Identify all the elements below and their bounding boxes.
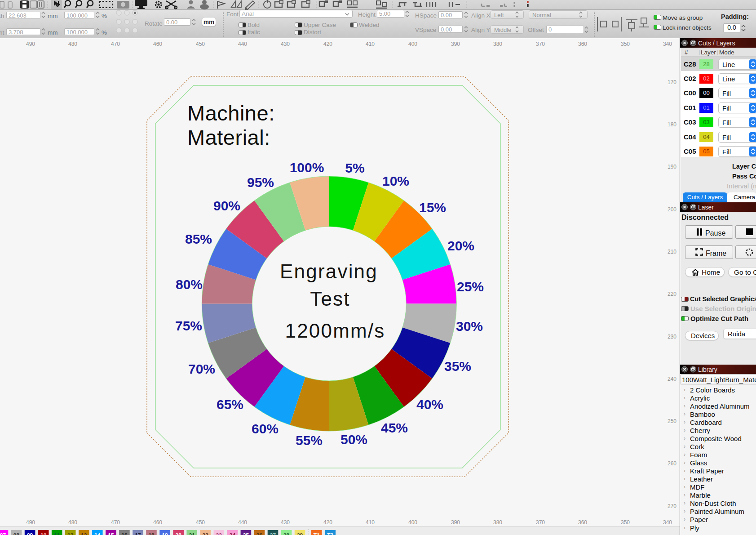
- svg-text:30%: 30%: [456, 319, 483, 334]
- svg-text:390: 390: [451, 519, 460, 526]
- svg-text:19: 19: [162, 532, 168, 535]
- svg-text:24: 24: [230, 532, 236, 535]
- svg-text:14: 14: [94, 532, 101, 535]
- svg-text:16: 16: [121, 532, 128, 535]
- svg-text:170: 170: [668, 79, 676, 85]
- svg-text:80%: 80%: [176, 277, 203, 292]
- svg-text:370: 370: [536, 41, 545, 47]
- svg-text:210: 210: [668, 249, 676, 255]
- svg-text:20: 20: [176, 532, 182, 535]
- svg-text:07: 07: [0, 532, 6, 535]
- svg-text:380: 380: [493, 41, 502, 47]
- svg-text:75%: 75%: [175, 318, 202, 333]
- svg-text:Material:: Material:: [187, 125, 270, 149]
- svg-text:20%: 20%: [447, 238, 474, 253]
- svg-text:350: 350: [621, 519, 630, 526]
- svg-text:26: 26: [256, 532, 263, 535]
- svg-text:440: 440: [238, 519, 247, 526]
- svg-text:95%: 95%: [247, 175, 274, 190]
- svg-text:Engraving: Engraving: [280, 260, 378, 282]
- svg-text:5%: 5%: [345, 160, 364, 175]
- svg-text:420: 420: [323, 519, 332, 526]
- svg-text:55%: 55%: [296, 433, 323, 448]
- svg-text:350: 350: [621, 41, 630, 47]
- svg-text:460: 460: [153, 41, 162, 47]
- svg-text:180: 180: [668, 121, 676, 128]
- svg-text:85%: 85%: [185, 232, 212, 246]
- svg-text:23: 23: [216, 532, 222, 535]
- svg-text:40%: 40%: [416, 397, 443, 412]
- svg-text:27: 27: [270, 532, 276, 535]
- svg-text:460: 460: [153, 519, 162, 526]
- svg-text:360: 360: [578, 41, 587, 47]
- svg-text:190: 190: [668, 164, 676, 170]
- svg-text:12: 12: [67, 532, 74, 535]
- svg-text:25: 25: [243, 532, 249, 535]
- svg-text:340: 340: [663, 519, 672, 526]
- svg-text:10%: 10%: [382, 174, 409, 188]
- svg-text:15%: 15%: [419, 200, 446, 215]
- svg-text:29: 29: [297, 532, 303, 535]
- svg-text:08: 08: [13, 532, 20, 535]
- svg-text:240: 240: [668, 376, 676, 382]
- svg-text:22: 22: [203, 532, 209, 535]
- svg-text:13: 13: [81, 532, 87, 535]
- svg-text:430: 430: [281, 519, 290, 526]
- svg-text:200: 200: [668, 206, 676, 213]
- svg-text:70%: 70%: [188, 361, 215, 376]
- svg-text:65%: 65%: [217, 397, 243, 412]
- svg-text:17: 17: [135, 532, 141, 535]
- svg-text:21: 21: [189, 532, 195, 535]
- svg-text:440: 440: [238, 41, 247, 47]
- svg-text:340: 340: [663, 41, 672, 47]
- svg-text:60%: 60%: [252, 421, 279, 436]
- svg-text:470: 470: [111, 41, 120, 47]
- svg-text:1200mm/s: 1200mm/s: [285, 320, 385, 342]
- svg-text:360: 360: [578, 519, 587, 526]
- svg-text:11: 11: [54, 532, 60, 535]
- svg-text:450: 450: [196, 519, 205, 526]
- svg-text:35%: 35%: [444, 359, 471, 374]
- svg-text:480: 480: [68, 519, 77, 526]
- svg-text:28: 28: [283, 532, 290, 535]
- svg-text:370: 370: [536, 519, 545, 526]
- svg-text:230: 230: [668, 334, 676, 340]
- svg-text:410: 410: [366, 519, 375, 526]
- svg-text:220: 220: [668, 291, 676, 297]
- svg-text:270: 270: [668, 503, 676, 509]
- svg-text:90%: 90%: [213, 198, 240, 213]
- svg-text:50%: 50%: [340, 432, 367, 447]
- svg-text:15: 15: [108, 532, 114, 535]
- svg-text:100%: 100%: [290, 160, 324, 175]
- svg-text:380: 380: [493, 519, 502, 526]
- svg-text:260: 260: [668, 460, 676, 467]
- svg-text:480: 480: [68, 41, 77, 47]
- svg-text:25%: 25%: [457, 279, 484, 294]
- svg-text:Test: Test: [310, 288, 350, 310]
- svg-text:250: 250: [668, 418, 676, 424]
- svg-text:390: 390: [451, 41, 460, 47]
- svg-text:Machine:: Machine:: [187, 101, 275, 125]
- svg-text:09: 09: [27, 532, 33, 535]
- svg-text:430: 430: [281, 41, 290, 47]
- svg-text:420: 420: [323, 41, 332, 47]
- svg-text:490: 490: [26, 41, 35, 47]
- svg-text:490: 490: [26, 519, 35, 526]
- svg-text:T2: T2: [327, 532, 333, 535]
- svg-text:450: 450: [196, 41, 205, 47]
- svg-text:T1: T1: [314, 532, 320, 535]
- svg-text:18: 18: [148, 532, 155, 535]
- svg-text:400: 400: [408, 519, 417, 526]
- svg-text:400: 400: [408, 41, 417, 47]
- svg-text:45%: 45%: [381, 420, 408, 435]
- svg-text:470: 470: [111, 519, 120, 526]
- svg-text:410: 410: [366, 41, 375, 47]
- svg-text:10: 10: [40, 532, 47, 535]
